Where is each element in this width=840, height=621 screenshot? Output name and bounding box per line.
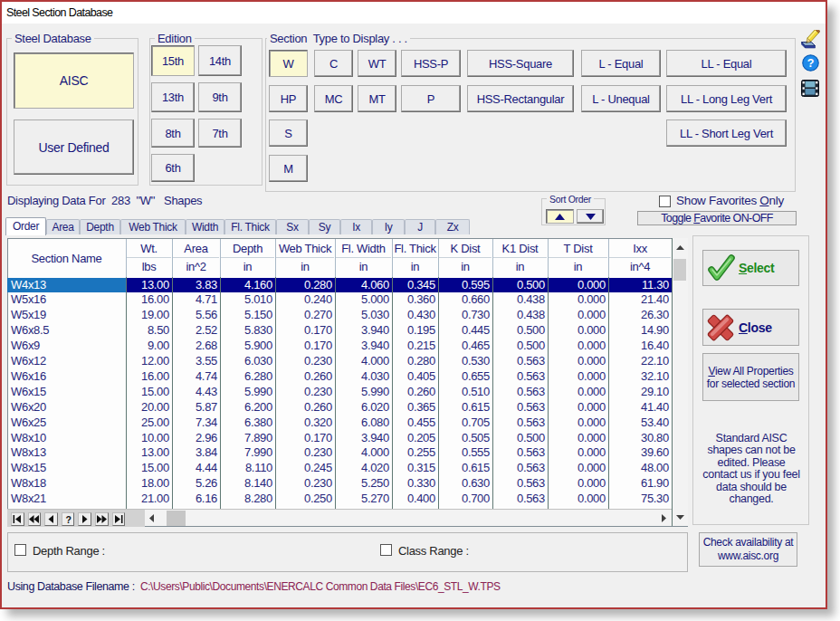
svg-text:?: ? bbox=[807, 57, 814, 70]
svg-text:?: ? bbox=[65, 514, 71, 524]
